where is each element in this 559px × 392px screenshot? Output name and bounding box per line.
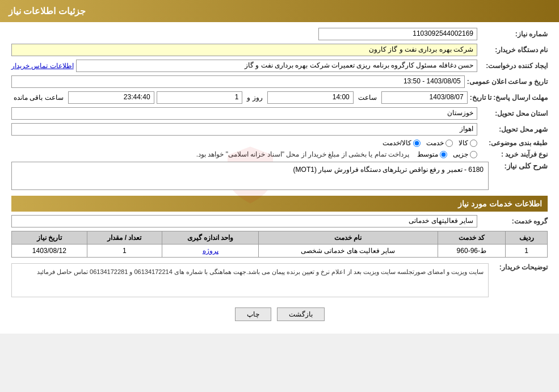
goroh-value: سایر فعالیتهای خدماتی	[11, 215, 477, 227]
mohlat-label: مهلت ارسال پاسخ: تا تاریخ:	[470, 94, 548, 102]
page-header: جزئیات اطلاعات نیاز	[0, 0, 559, 22]
tozihat-row: توضیحات خریدار: سایت ویزیت و امضای صورتج…	[11, 263, 548, 301]
mohlat-mande: 23:44:40	[68, 91, 154, 104]
jozei-label: جزیی	[453, 150, 468, 158]
tarikh-row: تاریخ و ساعت اعلان عمومی: 1403/08/05 - 1…	[11, 75, 548, 88]
itelaat-tamas-link[interactable]: اطلاعات تماس خریدار	[11, 62, 74, 70]
radio-khedmat-input[interactable]	[445, 140, 453, 147]
shmare-niaz-value: 1103092544002169	[318, 28, 477, 40]
tabaqe-row: طبقه بندی موضوعی: کالا خدمت کالا/خدمت	[11, 139, 548, 147]
kala-khedmat-label: کالا/خدمت	[383, 139, 411, 147]
mohlat-date: 1403/08/07	[381, 91, 468, 104]
table-cell: 1	[506, 245, 548, 258]
mohlat-saat-label: ساعت	[358, 94, 377, 102]
sharh-value: 6180 - تعمیر و رفع نواقص تریلرهای دستگاه…	[11, 162, 489, 190]
tozihat-label: توضیحات خریدار:	[491, 263, 548, 271]
th-kod: کد خدمت	[438, 231, 505, 245]
th-radif: ردیف	[506, 231, 548, 245]
nam-dastgah-label: نام دستگاه خریدار:	[480, 46, 548, 54]
shahr-label: شهر محل تحویل:	[480, 125, 548, 133]
tabaqe-label: طبقه بندی موضوعی:	[480, 139, 548, 147]
ostan-row: استان محل تحویل: خوزستان	[11, 107, 548, 120]
sharh-label: شرح کلی نیاز:	[491, 162, 548, 170]
tarikh-value: 1403/08/05 - 13:50	[11, 75, 465, 88]
th-tedad: تعداد / مقدار	[87, 231, 162, 245]
table-header-row: ردیف کد خدمت نام خدمت واحد اندازه گیری ت…	[12, 231, 548, 245]
radio-kala-khedmat-input[interactable]	[413, 140, 421, 147]
radio-jozei: جزیی	[453, 150, 477, 158]
ijad-row: ایجاد کننده درخواست: حسن دغافله مسئول کا…	[11, 60, 548, 72]
tozihat-value: سایت ویزیت و امضای صورتجلسه سایت ویزیت ب…	[11, 263, 489, 297]
radio-kala: کالا	[459, 139, 477, 147]
tabaqe-radios: کالا خدمت کالا/خدمت	[383, 139, 477, 147]
services-table: ردیف کد خدمت نام خدمت واحد اندازه گیری ت…	[11, 231, 548, 258]
th-tarikh: تاریخ نیاز	[12, 231, 87, 245]
nofaraind-desc: پرداخت تمام یا بخشی از مبلغ خریدار از مح…	[196, 150, 409, 158]
kala-label: کالا	[459, 139, 468, 147]
table-cell: 1	[87, 245, 162, 258]
nofaraind-row: نوع فرآیند خرید : جزیی متوسط پرداخت تمام…	[11, 150, 548, 158]
main-content: شماره نیاز: 1103092544002169 نام دستگاه …	[0, 22, 559, 334]
ijad-label: ایجاد کننده درخواست:	[480, 62, 548, 70]
print-button[interactable]: چاپ	[235, 307, 271, 321]
page-wrapper: جزئیات اطلاعات نیاز شماره نیاز: 11030925…	[0, 0, 559, 334]
sherkat-value: شرکت بهره برداری نفت و گاز کارون	[11, 44, 477, 56]
motavaset-label: متوسط	[417, 150, 438, 158]
goroh-row: گروه خدمت: سایر فعالیتهای خدماتی	[11, 215, 548, 227]
table-row: 1ط-96-960سایر فعالیت های خدماتی شخصیپروژ…	[12, 245, 548, 258]
radio-jozei-input[interactable]	[470, 151, 477, 158]
nofaraind-radios: جزیی متوسط	[417, 150, 477, 158]
mohlat-saat: 14:00	[267, 91, 354, 104]
khadamat-section-title: اطلاعات خدمات مورد نیاز	[11, 196, 548, 212]
tarikh-label: تاریخ و ساعت اعلان عمومی:	[467, 78, 548, 86]
ostan-value: خوزستان	[11, 107, 477, 120]
th-nam: نام خدمت	[259, 231, 438, 245]
th-vahed: واحد اندازه گیری	[162, 231, 259, 245]
nam-dastgah-row: نام دستگاه خریدار: شرکت بهره برداری نفت …	[11, 44, 548, 56]
shmare-niaz-row: شماره نیاز: 1103092544002169	[11, 28, 548, 40]
khedmat-label: خدمت	[426, 139, 444, 147]
buttons-row: بازگشت چاپ	[11, 307, 548, 321]
radio-kala-input[interactable]	[470, 140, 477, 147]
goroh-label: گروه خدمت:	[480, 217, 548, 225]
radio-motavaset: متوسط	[417, 150, 447, 158]
shmare-niaz-label: شماره نیاز:	[480, 30, 548, 38]
back-button[interactable]: بازگشت	[277, 307, 325, 321]
ostan-label: استان محل تحویل:	[480, 109, 548, 117]
table-cell[interactable]: پروژه	[162, 245, 259, 258]
radio-kala-khedmat: کالا/خدمت	[383, 139, 421, 147]
nofaraind-label: نوع فرآیند خرید :	[480, 150, 548, 158]
mohlat-roz-label: روز و	[247, 94, 262, 102]
mohlat-mande-label: ساعت باقی مانده	[14, 94, 64, 102]
mohlat-row: مهلت ارسال پاسخ: تا تاریخ: 1403/08/07 سا…	[11, 91, 548, 104]
table-cell: سایر فعالیت های خدماتی شخصی	[259, 245, 438, 258]
radio-khedmat: خدمت	[426, 139, 453, 147]
table-cell: ط-96-960	[438, 245, 505, 258]
sharh-container: R 6180 - تعمیر و رفع نواقص تریلرهای دستگ…	[11, 162, 489, 190]
sharh-section: شرح کلی نیاز: R 6180 - تعمیر و رفع نواقص…	[11, 162, 548, 190]
mohlat-roz: 1	[157, 91, 243, 104]
ijad-value: حسن دغافله مسئول کارگروه برنامه ریزی تعم…	[76, 60, 477, 72]
shahr-row: شهر محل تحویل: اهواز	[11, 123, 548, 136]
page-title: جزئیات اطلاعات نیاز	[9, 6, 86, 16]
shahr-value: اهواز	[11, 123, 477, 136]
table-cell: 1403/08/12	[12, 245, 87, 258]
radio-motavaset-input[interactable]	[440, 151, 447, 158]
